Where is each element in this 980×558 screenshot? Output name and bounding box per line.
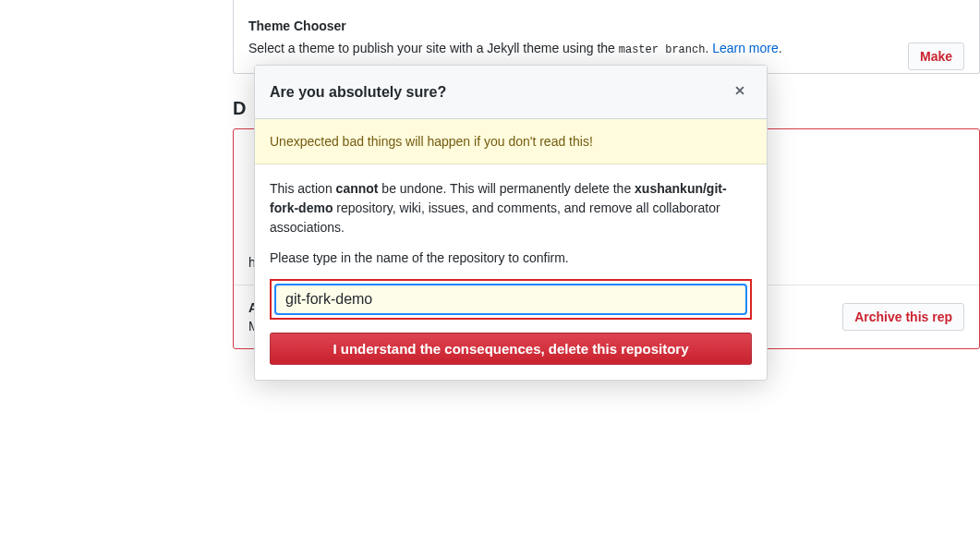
modal-title: Are you absolutely sure? [270,84,446,101]
delete-repo-modal: Are you absolutely sure? Unexpected bad … [254,65,768,381]
modal-backdrop: Are you absolutely sure? Unexpected bad … [0,0,980,558]
close-button[interactable] [728,80,752,103]
confirm-repo-input[interactable] [275,285,746,314]
modal-paragraph-2: Please type in the name of the repositor… [270,249,752,268]
close-icon [733,84,746,97]
modal-paragraph-1: This action cannot be undone. This will … [270,179,752,237]
confirm-delete-button[interactable]: I understand the consequences, delete th… [270,333,752,365]
modal-body: This action cannot be undone. This will … [255,164,767,380]
input-highlight [270,279,752,320]
modal-header: Are you absolutely sure? [255,66,767,119]
modal-warning: Unexpected bad things will happen if you… [255,119,767,164]
